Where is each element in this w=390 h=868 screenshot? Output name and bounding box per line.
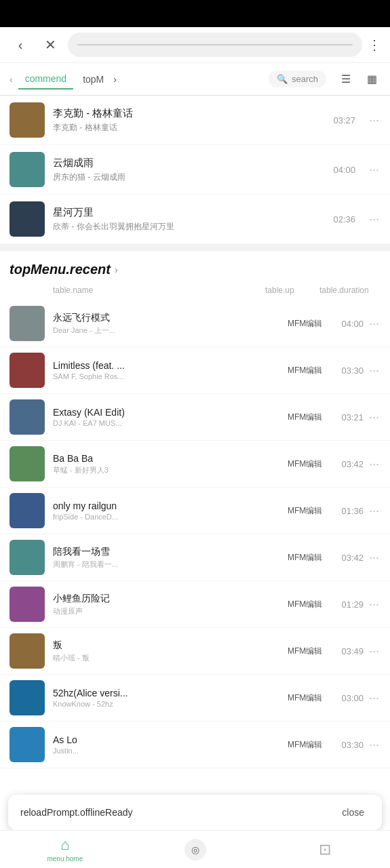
recent-song-subtitle: DJ KAI - EA7 MUS... (53, 419, 288, 427)
recent-song-title: 小鲤鱼历险记 (53, 593, 288, 605)
url-bar[interactable] (68, 33, 362, 57)
song-more-button[interactable]: ··· (368, 212, 381, 226)
recent-song-row[interactable]: only my railgun fripSide - DanceD... MFM… (0, 488, 390, 534)
song-info: 星河万里 欣蒂 - 你会长出羽翼拥抱星河万里 (53, 206, 325, 233)
recent-song-title: 永远飞行模式 (53, 312, 288, 324)
song-row[interactable]: 李克勤 - 格林童话 李克勤 - 格林童话 03:27 ··· (0, 96, 390, 145)
recent-song-uploader: MFM编辑 (288, 552, 336, 564)
grid-view-button[interactable]: ▦ (360, 68, 383, 91)
section-separator (0, 244, 390, 251)
table-header: table.name table.up table.duration (0, 283, 390, 300)
recent-song-more-button[interactable]: ··· (368, 317, 381, 331)
recent-song-row[interactable]: 叛 晴小瑶 - 叛 MFM编辑 03:49 ··· (0, 628, 390, 675)
recent-song-info: 小鲤鱼历险记 动漫原声 (53, 593, 288, 616)
recent-song-more-button[interactable]: ··· (368, 738, 381, 752)
recent-song-thumbnail (9, 680, 45, 715)
recent-section-title: topMenu.recent (9, 262, 111, 277)
recent-song-subtitle: Justin... (53, 747, 288, 755)
recent-song-more-button[interactable]: ··· (368, 644, 381, 658)
browser-menu-button[interactable]: ⋮ (368, 37, 382, 53)
recent-song-row[interactable]: 永远飞行模式 Dear Jane - 上一... MFM编辑 04:00 ··· (0, 300, 390, 347)
recent-rows-container: 永远飞行模式 Dear Jane - 上一... MFM编辑 04:00 ···… (0, 300, 390, 768)
recent-song-duration: 03:42 (336, 553, 364, 563)
url-bar-line (77, 44, 353, 45)
recent-song-thumbnail (9, 727, 45, 762)
recent-song-uploader: MFM编辑 (288, 365, 336, 376)
recent-song-thumbnail (9, 493, 45, 528)
song-duration: 04:00 (333, 165, 355, 175)
browser-nav-bar: ‹ ✕ ⋮ (0, 27, 390, 63)
recent-song-info: 叛 晴小瑶 - 叛 (53, 639, 288, 663)
recent-song-duration: 03:30 (336, 366, 364, 376)
home-nav-item[interactable]: ⌂ menu.home (0, 836, 130, 863)
recent-song-thumbnail (9, 587, 45, 622)
recent-song-row[interactable]: 陪我看一场雪 周鹏宵 - 陪我看一... MFM编辑 03:42 ··· (0, 534, 390, 581)
song-info: 云烟成雨 房东的猫 - 云烟成雨 (53, 157, 325, 183)
tab-commend[interactable]: commend (18, 69, 73, 90)
recent-song-more-button[interactable]: ··· (368, 457, 381, 471)
song-duration: 03:27 (333, 115, 355, 125)
close-button[interactable]: ✕ (38, 33, 62, 57)
recent-song-row[interactable]: As Lo Justin... MFM编辑 03:30 ··· (0, 722, 390, 768)
tab-back-arrow[interactable]: ‹ (7, 74, 16, 85)
recent-song-thumbnail (9, 446, 45, 481)
recent-song-row[interactable]: Limitless (feat. ... SAM F, Sophie Ros..… (0, 347, 390, 394)
th-duration: table.duration (319, 285, 360, 295)
commend-song-list: 李克勤 - 格林童话 李克勤 - 格林童话 03:27 ··· 云烟成雨 房东的… (0, 96, 390, 244)
recent-song-info: Extasy (KAI Edit) DJ KAI - EA7 MUS... (53, 407, 288, 427)
song-row[interactable]: 云烟成雨 房东的猫 - 云烟成雨 04:00 ··· (0, 145, 390, 195)
recent-song-row[interactable]: Ba Ba Ba 草蜢 - 新好男人3 MFM编辑 03:42 ··· (0, 441, 390, 488)
recent-song-subtitle: 晴小瑶 - 叛 (53, 653, 288, 663)
recent-song-title: 52hz(Alice versi... (53, 688, 288, 698)
recent-song-uploader: MFM编辑 (288, 739, 336, 751)
recent-song-more-button[interactable]: ··· (368, 597, 381, 612)
recent-song-info: 永远飞行模式 Dear Jane - 上一... (53, 312, 288, 336)
recent-song-duration: 01:29 (336, 599, 364, 610)
tab-topM[interactable]: topM (76, 70, 111, 89)
recent-song-duration: 04:00 (336, 319, 364, 329)
song-title: 李克勤 - 格林童话 (53, 107, 325, 120)
recent-song-more-button[interactable]: ··· (368, 363, 381, 378)
search-icon: 🔍 (277, 74, 288, 84)
recent-song-duration: 03:49 (336, 646, 364, 656)
recent-song-uploader: MFM编辑 (288, 599, 336, 610)
recent-song-title: As Lo (53, 734, 288, 745)
recent-song-duration: 03:42 (336, 459, 364, 469)
song-title: 云烟成雨 (53, 157, 325, 170)
offline-close-button[interactable]: close (336, 804, 370, 821)
recent-song-subtitle: 草蜢 - 新好男人3 (53, 465, 288, 475)
recent-song-title: only my railgun (53, 500, 288, 511)
song-more-button[interactable]: ··· (368, 163, 381, 177)
back-button[interactable]: ‹ (8, 33, 33, 57)
tab-more-arrow[interactable]: › (113, 74, 117, 85)
song-duration: 02:36 (333, 214, 355, 224)
recent-song-duration: 01:36 (336, 506, 364, 516)
recent-song-row[interactable]: Extasy (KAI Edit) DJ KAI - EA7 MUS... MF… (0, 394, 390, 441)
song-info: 李克勤 - 格林童话 李克勤 - 格林童话 (53, 107, 325, 134)
recent-song-more-button[interactable]: ··· (368, 504, 381, 518)
nav-right-item[interactable]: ⊡ (260, 841, 390, 859)
recent-song-subtitle: Dear Jane - 上一... (53, 326, 288, 336)
recent-section-arrow[interactable]: › (115, 264, 118, 275)
list-view-button[interactable]: ☰ (334, 68, 357, 91)
recent-song-title: 陪我看一场雪 (53, 546, 288, 558)
recent-song-more-button[interactable]: ··· (368, 691, 381, 705)
song-subtitle: 李克勤 - 格林童话 (53, 122, 325, 134)
search-tab[interactable]: 🔍 search (269, 71, 326, 87)
status-bar (0, 0, 390, 27)
recent-song-subtitle: 周鹏宵 - 陪我看一... (53, 559, 288, 570)
nav-center-item[interactable]: ◎ (130, 839, 260, 861)
recent-song-uploader: MFM编辑 (288, 412, 336, 423)
recent-song-more-button[interactable]: ··· (368, 410, 381, 425)
recent-song-subtitle: fripSide - DanceD... (53, 513, 288, 521)
recent-song-uploader: MFM编辑 (288, 318, 336, 330)
song-row[interactable]: 星河万里 欣蒂 - 你会长出羽翼拥抱星河万里 02:36 ··· (0, 195, 390, 244)
recent-song-row[interactable]: 小鲤鱼历险记 动漫原声 MFM编辑 01:29 ··· (0, 581, 390, 628)
song-more-button[interactable]: ··· (368, 113, 381, 127)
recent-song-duration: 03:00 (336, 693, 364, 703)
recent-song-row[interactable]: 52hz(Alice versi... KnowKnow - 52hz MFM编… (0, 675, 390, 722)
recent-section: topMenu.recent › table.name table.up tab… (0, 251, 390, 768)
recent-song-uploader: MFM编辑 (288, 692, 336, 704)
recent-song-info: 陪我看一场雪 周鹏宵 - 陪我看一... (53, 546, 288, 570)
recent-song-more-button[interactable]: ··· (368, 551, 381, 565)
